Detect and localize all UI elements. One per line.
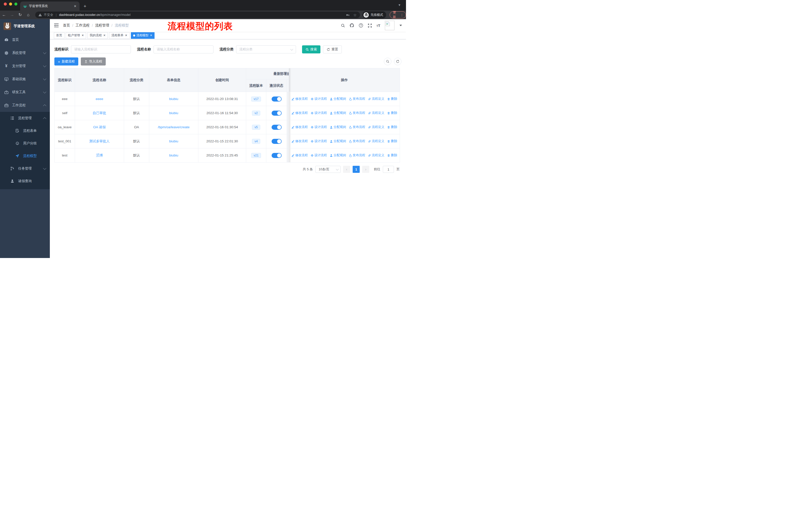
delete-link[interactable]: 删除 <box>387 139 397 143</box>
import-process-button[interactable]: 导入流程 <box>81 57 106 65</box>
breadcrumb-process-management[interactable]: 流程管理 <box>95 23 109 28</box>
publish-process-link[interactable]: 发布流程 <box>349 125 365 129</box>
goto-page-input[interactable]: 1 <box>383 166 394 173</box>
tag-process-model[interactable]: 流程模型✕ <box>131 32 154 39</box>
active-toggle[interactable] <box>271 153 282 158</box>
process-name-input[interactable]: 请输入流程名称 <box>153 45 213 53</box>
form-info-link[interactable]: biubiu <box>169 154 178 157</box>
tab-search-chevron-icon[interactable]: ▼ <box>398 3 401 7</box>
reset-button[interactable]: 重置 <box>323 45 342 53</box>
publish-process-link[interactable]: 发布流程 <box>349 97 365 101</box>
maximize-window-button[interactable] <box>14 2 18 5</box>
font-size-icon[interactable]: TT <box>377 23 380 28</box>
active-toggle[interactable] <box>271 97 282 102</box>
assign-rule-link[interactable]: 分配规则 <box>330 153 346 158</box>
bookmark-star-icon[interactable]: ☆ <box>353 13 357 17</box>
tag-process-form[interactable]: 流程表单✕ <box>109 32 129 39</box>
sidebar-item-home[interactable]: 首页 <box>0 33 50 46</box>
reload-icon[interactable]: ↻ <box>16 13 24 17</box>
search-icon[interactable] <box>341 23 345 28</box>
sidebar-item-workflow[interactable]: 工作流程 <box>0 99 50 112</box>
form-info-link[interactable]: biubiu <box>169 97 178 101</box>
search-button[interactable]: 搜索 <box>302 45 320 53</box>
fullscreen-icon[interactable] <box>368 23 372 28</box>
sidebar-item-system[interactable]: 系统管理 <box>0 46 50 59</box>
assign-rule-link[interactable]: 分配规则 <box>330 125 346 129</box>
process-definition-link[interactable]: 流程定义 <box>368 97 384 101</box>
key-icon[interactable] <box>346 13 350 17</box>
process-category-select[interactable]: 流程分类 <box>236 45 296 53</box>
assign-rule-link[interactable]: 分配规则 <box>330 139 346 143</box>
prev-page-button[interactable]: ‹ <box>343 166 350 173</box>
app-logo[interactable]: 芋道管理系统 <box>0 19 50 33</box>
active-toggle[interactable] <box>271 139 282 144</box>
close-icon[interactable]: ✕ <box>125 34 127 37</box>
edit-process-link[interactable]: 修改流程 <box>291 125 308 129</box>
form-info-link[interactable]: biubiu <box>169 111 178 115</box>
sidebar-item-process-form[interactable]: 流程表单 <box>0 125 50 137</box>
current-page[interactable]: 1 <box>353 166 360 173</box>
forward-icon[interactable]: → <box>8 13 16 17</box>
publish-process-link[interactable]: 发布流程 <box>349 139 365 143</box>
process-name-link[interactable]: eeee <box>96 97 103 101</box>
sidebar-item-process-model[interactable]: 流程模型 <box>0 150 50 162</box>
close-icon[interactable]: ✕ <box>103 34 106 37</box>
close-icon[interactable]: ✕ <box>150 34 152 37</box>
hamburger-icon[interactable] <box>54 23 59 28</box>
design-process-link[interactable]: 设计流程 <box>311 153 327 158</box>
back-icon[interactable]: ← <box>0 13 8 17</box>
refresh-table-button[interactable] <box>394 58 402 65</box>
delete-link[interactable]: 删除 <box>387 125 397 129</box>
process-definition-link[interactable]: 流程定义 <box>368 125 384 129</box>
new-tab-button[interactable]: + <box>84 4 86 8</box>
design-process-link[interactable]: 设计流程 <box>311 125 327 129</box>
form-info-link[interactable]: /bpm/oa/leave/create <box>158 125 190 129</box>
process-name-link[interactable]: 自己审批 <box>93 111 106 115</box>
next-page-button[interactable]: › <box>362 166 369 173</box>
update-browser-button[interactable]: 更新 ⋮ <box>389 11 406 19</box>
delete-link[interactable]: 删除 <box>387 153 397 158</box>
process-definition-link[interactable]: 流程定义 <box>368 139 384 143</box>
tag-tenant[interactable]: 租户管理✕ <box>66 32 86 39</box>
toggle-search-button[interactable] <box>384 58 392 65</box>
delete-link[interactable]: 删除 <box>387 97 397 101</box>
assign-rule-link[interactable]: 分配规则 <box>330 111 346 115</box>
sidebar-item-payment[interactable]: ¥ 支付管理 <box>0 59 50 73</box>
tab-close-icon[interactable]: ✕ <box>74 4 77 8</box>
edit-process-link[interactable]: 修改流程 <box>291 97 308 101</box>
sidebar-item-task-management[interactable]: 任务管理 <box>0 162 50 175</box>
browser-tab[interactable]: 芋道管理系统 ✕ <box>20 1 80 10</box>
edit-process-link[interactable]: 修改流程 <box>291 139 308 143</box>
tag-home[interactable]: 首页 <box>54 32 64 39</box>
home-icon[interactable]: ⌂ <box>24 13 32 17</box>
publish-process-link[interactable]: 发布流程 <box>349 111 365 115</box>
edit-process-link[interactable]: 修改流程 <box>291 111 308 115</box>
browser-menu-icon[interactable]: ⋮ <box>400 13 404 17</box>
form-info-link[interactable]: biubiu <box>169 139 178 143</box>
sidebar-item-process-management[interactable]: 流程管理 <box>0 112 50 125</box>
breadcrumb-home[interactable]: 首页 <box>63 23 70 28</box>
page-size-select[interactable]: 10条/页 <box>315 166 341 173</box>
create-process-button[interactable]: + 新建流程 <box>54 57 78 65</box>
sidebar-item-infra[interactable]: 基础设施 <box>0 73 50 86</box>
process-name-link[interactable]: 测试多审批人 <box>89 139 110 143</box>
sidebar-item-devtools[interactable]: 研发工具 <box>0 86 50 99</box>
github-icon[interactable] <box>350 23 354 28</box>
active-toggle[interactable] <box>271 125 282 130</box>
avatar-caret-icon[interactable] <box>400 25 402 26</box>
process-definition-link[interactable]: 流程定义 <box>368 153 384 158</box>
design-process-link[interactable]: 设计流程 <box>311 139 327 143</box>
help-icon[interactable] <box>359 23 363 28</box>
tag-my-process[interactable]: 我的流程✕ <box>87 32 108 39</box>
delete-link[interactable]: 删除 <box>387 111 397 115</box>
active-toggle[interactable] <box>271 111 282 116</box>
close-icon[interactable]: ✕ <box>82 34 84 37</box>
edit-process-link[interactable]: 修改流程 <box>291 153 308 158</box>
minimize-window-button[interactable] <box>9 2 12 5</box>
sidebar-item-leave-query[interactable]: 请假查询 <box>0 175 50 187</box>
sidebar-item-user-group[interactable]: 用户分组 <box>0 137 50 150</box>
process-name-link[interactable]: 滔博 <box>96 154 103 157</box>
process-id-input[interactable]: 请输入流程标识 <box>71 45 131 53</box>
process-definition-link[interactable]: 流程定义 <box>368 111 384 115</box>
close-window-button[interactable] <box>4 2 7 5</box>
